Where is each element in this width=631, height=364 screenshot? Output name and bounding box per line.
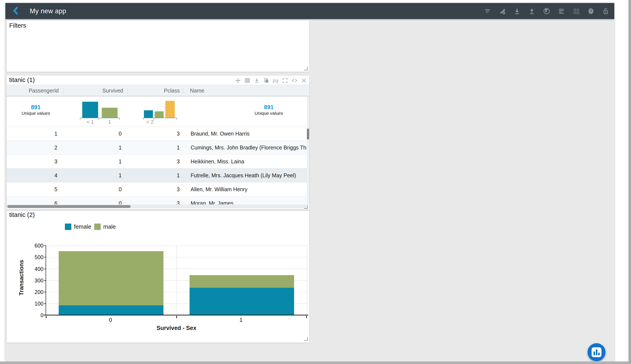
upload-icon[interactable] xyxy=(528,7,536,15)
filter-icon[interactable] xyxy=(484,7,491,15)
y-tick-label: 100 xyxy=(9,301,44,306)
cell-pclass: 3 xyxy=(128,154,183,168)
table-panel-toolbar: py xyxy=(235,77,307,84)
legend-item-female[interactable]: female xyxy=(65,224,91,230)
lock-open-icon[interactable] xyxy=(602,7,610,15)
cell-survived: 0 xyxy=(64,127,128,140)
table-vscroll-thumb[interactable] xyxy=(307,128,309,140)
cell-name: Cumings, Mrs. John Bradley (Florence Bri… xyxy=(183,141,307,154)
table-hscroll-thumb[interactable] xyxy=(7,205,131,208)
table-row[interactable]: 2 1 1 Cumings, Mrs. John Bradley (Floren… xyxy=(7,141,307,154)
browser-vertical-scrollbar[interactable] xyxy=(628,0,631,364)
app-title: My new app xyxy=(30,7,66,15)
column-header-name[interactable]: Name xyxy=(183,85,307,96)
svg-text:?: ? xyxy=(590,9,592,13)
x-axis-line xyxy=(44,315,308,316)
pclass-hist-label-0: < 2 xyxy=(141,119,158,125)
chart-settings-icon[interactable] xyxy=(498,7,506,15)
grid-dots-icon[interactable] xyxy=(572,7,580,15)
fullscreen-icon[interactable] xyxy=(282,77,288,84)
male-swatch xyxy=(94,224,101,230)
passengerid-unique-summary: 891 Unique values xyxy=(14,104,57,116)
cell-name: Braund, Mr. Owen Harris xyxy=(183,127,307,140)
cell-survived: 1 xyxy=(64,141,128,154)
table-header-row: PassengerId Survived Pclass Name xyxy=(7,85,309,96)
help-icon[interactable]: ? xyxy=(587,7,595,15)
filters-resize-handle[interactable] xyxy=(304,66,308,70)
survived-hist-label-0: < 1 xyxy=(82,119,99,125)
cell-passengerid: 6 xyxy=(7,196,64,204)
back-chevron-icon xyxy=(12,6,21,16)
chart-resize-handle[interactable] xyxy=(304,337,308,341)
python-icon[interactable]: py xyxy=(272,77,279,84)
cell-passengerid: 1 xyxy=(7,127,64,140)
table-summary-row: 891 Unique values < 1 1 < 2 891 Unique v… xyxy=(7,96,309,127)
hist-tick xyxy=(80,118,80,120)
close-icon[interactable] xyxy=(301,77,307,84)
cell-pclass: 3 xyxy=(128,196,183,204)
hist-bar xyxy=(165,101,175,118)
plot-area xyxy=(46,246,307,315)
cell-pclass: 1 xyxy=(128,168,183,182)
cell-pclass: 3 xyxy=(128,182,183,196)
x-axis-title: Survived - Sex xyxy=(134,325,219,332)
y-tick-label: 0 xyxy=(9,312,44,318)
cell-pclass: 1 xyxy=(128,141,183,154)
legend-label: female xyxy=(74,224,91,230)
hist-bar xyxy=(82,102,98,118)
y-tick-label: 300 xyxy=(9,278,44,283)
survived-hist-axis xyxy=(80,118,120,118)
hist-bar xyxy=(102,108,118,118)
cell-survived: 1 xyxy=(64,168,128,182)
table-row-selected[interactable]: 4 1 1 Futrelle, Mrs. Jacques Heath (Lily… xyxy=(7,168,307,182)
column-header-survived[interactable]: Survived xyxy=(64,85,128,96)
hist-tick xyxy=(176,118,177,120)
cell-passengerid: 3 xyxy=(7,154,64,168)
copy-icon[interactable] xyxy=(263,77,270,84)
bar-segment-female xyxy=(190,288,294,315)
code-icon[interactable] xyxy=(291,77,298,84)
cell-passengerid: 4 xyxy=(7,168,64,182)
cell-pclass: 3 xyxy=(128,127,183,140)
move-icon[interactable] xyxy=(235,77,241,84)
table-row[interactable]: 6 0 3 Moran, Mr. James xyxy=(7,196,307,204)
cell-name: Futrelle, Mrs. Jacques Heath (Lily May P… xyxy=(183,168,307,182)
back-button[interactable] xyxy=(12,6,21,16)
bar-segment-male xyxy=(59,251,164,306)
table-resize-handle[interactable] xyxy=(304,205,308,209)
y-tick-label: 500 xyxy=(9,254,44,260)
column-header-pclass[interactable]: Pclass xyxy=(128,85,183,96)
app-topbar: My new app ? xyxy=(5,3,614,19)
bar-segment-male xyxy=(190,275,294,288)
y-tick-label: 600 xyxy=(9,243,44,248)
survived-hist-label-1: 1 xyxy=(101,119,118,125)
download-table-icon[interactable] xyxy=(254,77,260,84)
cell-survived: 0 xyxy=(64,182,128,196)
table-body: 1 0 3 Braund, Mr. Owen Harris 2 1 1 Cumi… xyxy=(7,127,307,204)
column-header-passengerid[interactable]: PassengerId xyxy=(7,85,64,96)
cell-survived: 1 xyxy=(64,154,128,168)
table-row[interactable]: 5 0 3 Allen, Mr. William Henry xyxy=(7,182,307,196)
globe-icon[interactable] xyxy=(543,7,550,15)
hist-tick xyxy=(119,118,120,120)
text-lines-icon[interactable] xyxy=(558,7,565,15)
browser-horizontal-scrollbar[interactable] xyxy=(0,362,628,364)
hist-bar xyxy=(155,111,164,118)
table-row[interactable]: 1 0 3 Braund, Mr. Owen Harris xyxy=(7,127,307,141)
hist-bar xyxy=(144,110,153,118)
app-window: My new app ? xyxy=(5,3,614,362)
table-vertical-scrollbar xyxy=(307,96,309,204)
y-tick-label: 200 xyxy=(9,289,44,295)
table-panel: titanic (1) py xyxy=(7,76,309,210)
y-tick-label: 400 xyxy=(9,266,44,272)
cell-name: Heikkinen, Miss. Laina xyxy=(183,154,307,168)
legend-item-male[interactable]: male xyxy=(94,224,116,230)
stacked-bar-survived-1[interactable] xyxy=(190,246,294,315)
table-view-icon[interactable] xyxy=(244,77,250,84)
stacked-bar-survived-0[interactable] xyxy=(59,246,164,315)
table-row[interactable]: 3 1 3 Heikkinen, Miss. Laina xyxy=(7,154,307,168)
pclass-histogram xyxy=(143,96,177,118)
cell-survived: 0 xyxy=(64,196,128,204)
add-chart-fab[interactable] xyxy=(588,343,606,361)
download-icon[interactable] xyxy=(513,7,521,15)
